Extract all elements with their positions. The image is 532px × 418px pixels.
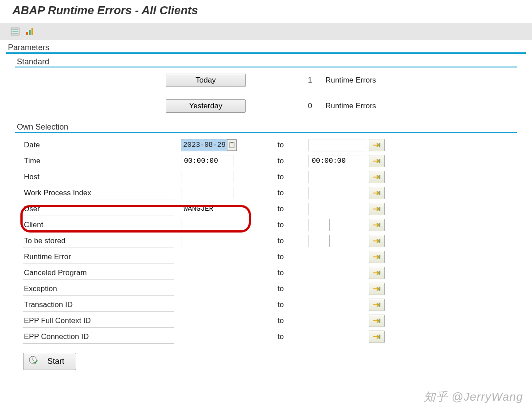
wpi-from-input[interactable] [181, 187, 234, 199]
exc-label: Exception [23, 282, 174, 296]
tid-to-label: to [275, 300, 306, 309]
yesterday-label: Runtime Errors [325, 102, 517, 110]
exc-to-label: to [275, 284, 306, 293]
date-picker-icon[interactable] [227, 139, 237, 151]
svg-rect-15 [379, 239, 380, 243]
rerr-to-label: to [275, 252, 306, 261]
svg-rect-8 [231, 142, 233, 143]
time-more-button[interactable] [369, 155, 385, 167]
user-to-input[interactable] [309, 203, 366, 215]
svg-rect-19 [379, 303, 380, 307]
exc-more-button[interactable] [369, 283, 385, 295]
standard-header: Standard [15, 57, 517, 67]
list-icon[interactable] [10, 27, 20, 36]
store-to-label: to [275, 237, 306, 245]
svg-rect-5 [29, 30, 31, 35]
user-to-label: to [275, 205, 306, 213]
host-to-label: to [275, 173, 306, 181]
host-to-input[interactable] [309, 171, 366, 183]
client-to-label: to [275, 221, 306, 229]
start-button-label: Start [47, 357, 64, 366]
host-from-input[interactable] [181, 171, 234, 183]
svg-rect-11 [379, 175, 380, 179]
wpi-label: Work Process Index [23, 186, 174, 200]
svg-rect-10 [379, 159, 380, 163]
watermark: 知乎 @JerryWang [424, 389, 523, 405]
wpi-more-button[interactable] [369, 187, 385, 199]
user-more-button[interactable] [369, 203, 385, 215]
user-from-input[interactable] [181, 203, 239, 215]
svg-rect-6 [31, 28, 33, 35]
date-more-button[interactable] [369, 139, 385, 151]
svg-rect-13 [379, 207, 380, 211]
own-selection-header: Own Selection [15, 122, 517, 133]
eppf-to-label: to [275, 316, 306, 325]
time-label: Time [23, 154, 174, 168]
parameters-header: Parameters [6, 43, 526, 54]
eppf-more-button[interactable] [369, 315, 385, 327]
client-label: Client [23, 218, 174, 232]
page-title: ABAP Runtime Errors - All Clients [0, 0, 532, 24]
cprog-label: Canceled Program [23, 266, 174, 280]
cprog-to-label: to [275, 268, 306, 277]
today-button[interactable]: Today [166, 74, 246, 87]
time-to-input[interactable] [309, 155, 366, 167]
rerr-more-button[interactable] [369, 251, 385, 263]
tid-label: Transaction ID [23, 298, 174, 312]
clock-check-icon [29, 356, 38, 367]
svg-rect-4 [26, 32, 28, 35]
time-to-label: to [275, 157, 306, 166]
app-toolbar [0, 24, 532, 39]
store-to-input[interactable] [309, 235, 330, 247]
client-more-button[interactable] [369, 219, 385, 231]
client-to-input[interactable] [309, 219, 330, 231]
date-to-input[interactable] [309, 139, 366, 151]
time-from-input[interactable] [181, 155, 234, 167]
eppf-label: EPP Full Context ID [23, 314, 174, 328]
store-label: To be stored [23, 234, 174, 248]
date-from-input[interactable]: 2023-08-29 [181, 139, 228, 151]
wpi-to-label: to [275, 189, 306, 197]
store-from-input[interactable] [181, 235, 202, 247]
store-more-button[interactable] [369, 235, 385, 247]
date-label: Date [23, 138, 174, 152]
yesterday-count: 0 [246, 102, 325, 110]
client-from-input[interactable] [181, 219, 202, 231]
svg-rect-18 [379, 287, 380, 291]
today-label: Runtime Errors [325, 76, 517, 85]
svg-rect-21 [379, 335, 380, 339]
cprog-more-button[interactable] [369, 267, 385, 279]
svg-rect-17 [379, 271, 380, 275]
rerr-label: Runtime Error [23, 250, 174, 264]
svg-rect-14 [379, 223, 380, 227]
tid-more-button[interactable] [369, 299, 385, 311]
wpi-to-input[interactable] [309, 187, 366, 199]
user-label: User [23, 202, 174, 216]
svg-rect-16 [379, 255, 380, 259]
today-count: 1 [246, 76, 325, 85]
svg-rect-20 [379, 319, 380, 323]
host-more-button[interactable] [369, 171, 385, 183]
svg-rect-9 [379, 143, 380, 147]
svg-rect-12 [379, 191, 380, 195]
eppc-to-label: to [275, 332, 306, 341]
chart-icon[interactable] [25, 27, 35, 36]
eppc-more-button[interactable] [369, 331, 385, 343]
host-label: Host [23, 170, 174, 184]
start-button[interactable]: Start [23, 353, 76, 370]
date-to-label: to [275, 141, 306, 150]
yesterday-button[interactable]: Yesterday [166, 99, 246, 113]
eppc-label: EPP Connection ID [23, 330, 174, 344]
